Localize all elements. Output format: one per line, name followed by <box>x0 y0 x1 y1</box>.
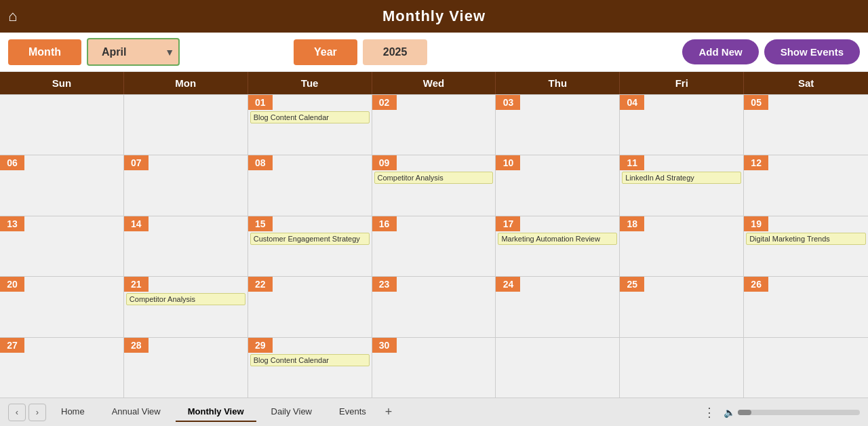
calendar-cell-2-2[interactable]: 07 <box>124 155 248 215</box>
event-chip[interactable]: Blog Content Calendar <box>250 111 370 123</box>
calendar-cell-2-3[interactable]: 08 <box>248 155 372 215</box>
event-chip[interactable]: Competitor Analysis <box>126 293 245 305</box>
calendar-cell-3-7[interactable]: 19Digital Marketing Trends <box>744 216 868 276</box>
home-icon[interactable]: ⌂ <box>8 7 17 25</box>
day-number: 01 <box>248 95 273 110</box>
scroll-bar: 🔈 <box>724 407 860 418</box>
event-chip[interactable]: Customer Engagement Strategy <box>250 233 370 245</box>
calendar-cell-5-1[interactable]: 27 <box>0 338 124 398</box>
day-number: 04 <box>620 95 644 110</box>
calendar-cell-1-7[interactable]: 05 <box>744 95 868 155</box>
calendar-cell-5-6[interactable] <box>620 338 744 398</box>
day-number: 27 <box>0 338 24 353</box>
calendar-cell-2-1[interactable]: 06 <box>0 155 124 215</box>
controls-row: Month April JanuaryFebruaryMarch MayJune… <box>0 33 868 72</box>
top-bar: ⌂ Monthly View <box>0 0 868 33</box>
bottom-bar: ‹ › Home Annual View Monthly View Daily … <box>0 398 868 426</box>
calendar-container: Sun Mon Tue Wed Thu Fri Sat 01Blog Conte… <box>0 72 868 398</box>
calendar-cell-2-7[interactable]: 12 <box>744 155 868 215</box>
nav-prev-button[interactable]: ‹ <box>8 404 26 421</box>
day-number: 16 <box>372 216 397 231</box>
event-chip[interactable]: Marketing Automation Review <box>498 233 617 245</box>
week-row-4: 2021Competitor Analysis2223242526 <box>0 276 868 336</box>
day-number: 25 <box>620 277 644 292</box>
calendar-cell-2-6[interactable]: 11LinkedIn Ad Strategy <box>620 155 744 215</box>
calendar-cell-2-4[interactable]: 09Competitor Analysis <box>372 155 496 215</box>
header-tue: Tue <box>248 72 372 94</box>
calendar-cell-4-3[interactable]: 22 <box>248 277 372 336</box>
event-chip[interactable]: Competitor Analysis <box>374 172 494 184</box>
month-select[interactable]: April JanuaryFebruaryMarch MayJuneJuly A… <box>87 38 180 66</box>
event-chip[interactable]: Blog Content Calendar <box>250 354 370 366</box>
tab-monthly-view[interactable]: Monthly View <box>176 402 256 422</box>
header-mon: Mon <box>124 72 248 94</box>
calendar-cell-2-5[interactable]: 10 <box>496 155 620 215</box>
day-number: 10 <box>496 155 520 170</box>
day-number: 21 <box>124 277 149 292</box>
tab-events[interactable]: Events <box>327 402 378 422</box>
tab-home[interactable]: Home <box>49 402 97 422</box>
calendar-cell-3-2[interactable]: 14 <box>124 216 248 276</box>
tab-daily-view[interactable]: Daily View <box>259 402 324 422</box>
day-number: 30 <box>372 338 397 353</box>
calendar-cell-1-5[interactable]: 03 <box>496 95 620 155</box>
calendar-cell-4-4[interactable]: 23 <box>372 277 496 336</box>
day-number: 15 <box>248 216 273 231</box>
calendar-cell-3-1[interactable]: 13 <box>0 216 124 276</box>
calendar-cell-3-4[interactable]: 16 <box>372 216 496 276</box>
header-sun: Sun <box>0 72 124 94</box>
week-row-5: 272829Blog Content Calendar30 <box>0 337 868 398</box>
calendar-cell-5-7[interactable] <box>744 338 868 398</box>
calendar-cell-1-2[interactable] <box>124 95 248 155</box>
calendar-cell-3-3[interactable]: 15Customer Engagement Strategy <box>248 216 372 276</box>
calendar-cell-4-7[interactable]: 26 <box>744 277 868 336</box>
day-number: 20 <box>0 277 24 292</box>
calendar-cell-4-1[interactable]: 20 <box>0 277 124 336</box>
week-row-1: 01Blog Content Calendar02030405 <box>0 94 868 155</box>
header-fri: Fri <box>620 72 744 94</box>
volume-icon: 🔈 <box>724 407 735 418</box>
day-number: 05 <box>744 95 768 110</box>
scroll-track[interactable] <box>738 410 860 415</box>
calendar-cell-3-6[interactable]: 18 <box>620 216 744 276</box>
day-number: 24 <box>496 277 520 292</box>
calendar-cell-5-3[interactable]: 29Blog Content Calendar <box>248 338 372 398</box>
day-number: 23 <box>372 277 397 292</box>
day-number: 18 <box>620 216 644 231</box>
week-row-2: 06070809Competitor Analysis1011LinkedIn … <box>0 155 868 215</box>
event-chip[interactable]: Digital Marketing Trends <box>746 233 866 245</box>
day-number: 07 <box>124 155 149 170</box>
scroll-thumb[interactable] <box>738 410 751 415</box>
day-number: 12 <box>744 155 768 170</box>
day-number: 09 <box>372 155 397 170</box>
calendar-cell-5-5[interactable] <box>496 338 620 398</box>
calendar-cell-1-6[interactable]: 04 <box>620 95 744 155</box>
calendar-cell-4-5[interactable]: 24 <box>496 277 620 336</box>
day-number: 03 <box>496 95 520 110</box>
day-number: 28 <box>124 338 149 353</box>
calendar-cell-1-1[interactable] <box>0 95 124 155</box>
calendar-cell-1-3[interactable]: 01Blog Content Calendar <box>248 95 372 155</box>
add-new-button[interactable]: Add New <box>682 39 758 64</box>
add-tab-button[interactable]: + <box>381 405 397 419</box>
calendar-cell-4-6[interactable]: 25 <box>620 277 744 336</box>
calendar-cell-5-4[interactable]: 30 <box>372 338 496 398</box>
week-row-3: 131415Customer Engagement Strategy1617Ma… <box>0 216 868 276</box>
header-thu: Thu <box>496 72 620 94</box>
header-sat: Sat <box>744 72 868 94</box>
nav-next-button[interactable]: › <box>28 404 46 421</box>
day-number: 08 <box>248 155 273 170</box>
year-value: 2025 <box>363 39 428 65</box>
calendar-cell-4-2[interactable]: 21Competitor Analysis <box>124 277 248 336</box>
more-options-icon[interactable]: ⋮ <box>698 405 721 420</box>
show-events-button[interactable]: Show Events <box>764 39 860 64</box>
calendar-cell-1-4[interactable]: 02 <box>372 95 496 155</box>
calendar-cell-5-2[interactable]: 28 <box>124 338 248 398</box>
tab-annual-view[interactable]: Annual View <box>100 402 173 422</box>
year-label: Year <box>294 39 357 65</box>
event-chip[interactable]: LinkedIn Ad Strategy <box>622 172 741 184</box>
calendar-cell-3-5[interactable]: 17Marketing Automation Review <box>496 216 620 276</box>
day-number: 19 <box>744 216 768 231</box>
calendar-header: Sun Mon Tue Wed Thu Fri Sat <box>0 72 868 94</box>
month-label: Month <box>8 39 81 65</box>
